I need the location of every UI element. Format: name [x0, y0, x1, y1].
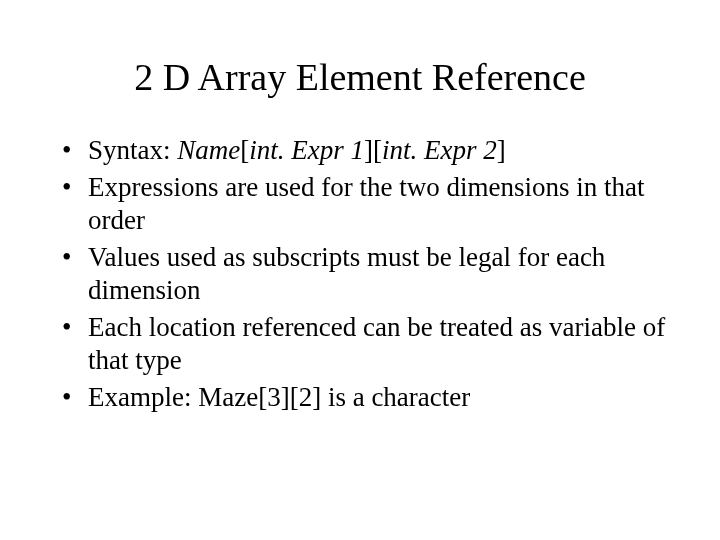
syntax-bracket: [ [240, 135, 249, 165]
bullet-text: Values used as subscripts must be legal … [88, 242, 605, 305]
slide-title: 2 D Array Element Reference [50, 55, 670, 99]
syntax-expr2: int. Expr 2 [382, 135, 497, 165]
list-item: Syntax: Name[int. Expr 1][int. Expr 2] [60, 134, 670, 167]
syntax-expr1: int. Expr 1 [249, 135, 364, 165]
syntax-name: Name [177, 135, 240, 165]
bullet-text: Example: Maze[3][2] is a character [88, 382, 470, 412]
list-item: Each location referenced can be treated … [60, 311, 670, 377]
list-item: Example: Maze[3][2] is a character [60, 381, 670, 414]
list-item: Expressions are used for the two dimensi… [60, 171, 670, 237]
list-item: Values used as subscripts must be legal … [60, 241, 670, 307]
bullet-list: Syntax: Name[int. Expr 1][int. Expr 2] E… [60, 134, 670, 414]
syntax-bracket: ][ [364, 135, 382, 165]
bullet-text: Each location referenced can be treated … [88, 312, 665, 375]
bullet-text: Expressions are used for the two dimensi… [88, 172, 644, 235]
syntax-label: Syntax: [88, 135, 177, 165]
slide: 2 D Array Element Reference Syntax: Name… [0, 0, 720, 540]
syntax-bracket: ] [497, 135, 506, 165]
